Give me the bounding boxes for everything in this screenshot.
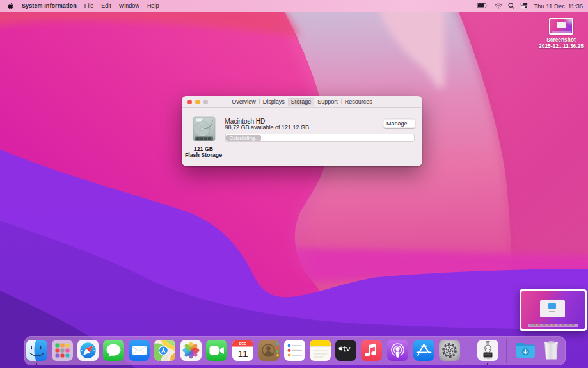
- svg-text:11: 11: [237, 348, 248, 359]
- svg-text:DEC: DEC: [239, 342, 246, 346]
